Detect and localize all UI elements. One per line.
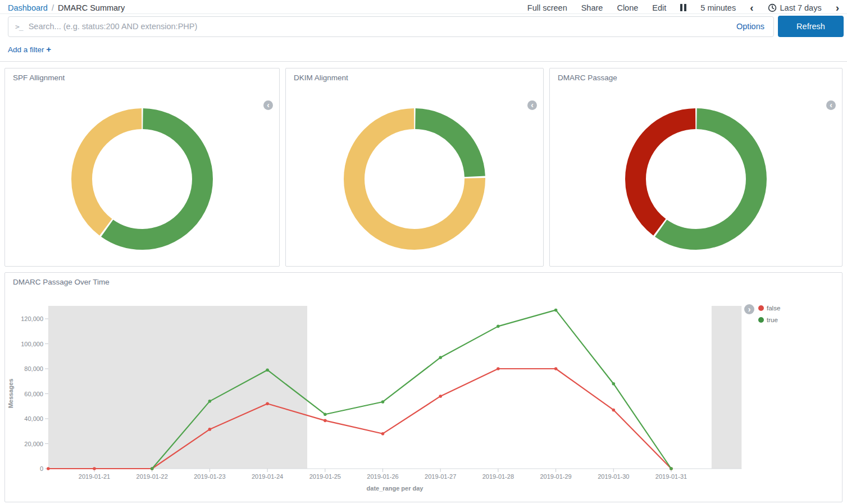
page-title: DMARC Summary [58,3,125,12]
legend-collapse-chevron-icon[interactable]: ‹ [263,100,273,110]
x-axis-tick-label: 2019-01-29 [540,473,571,480]
share-button[interactable]: Share [581,3,603,12]
legend-expand-chevron-icon[interactable]: › [744,304,754,314]
x-axis-tick-label: 2019-01-30 [598,473,629,480]
series-point-false[interactable] [381,432,385,436]
add-filter-label: Add a filter [8,45,44,54]
legend-dot-true [758,317,764,323]
x-axis-title: date_range per day [367,485,424,492]
time-range-back-chevron-icon[interactable]: ‹ [750,4,753,12]
x-axis-tick-label: 2019-01-22 [136,473,168,480]
clone-button[interactable]: Clone [617,3,638,12]
panel-dmarc-passage-over-time: DMARC Passage Over Time 020,00040,00060,… [4,272,843,502]
search-input[interactable] [29,22,731,31]
x-axis-tick-label: 2019-01-23 [194,473,225,480]
series-point-true[interactable] [554,309,558,312]
series-point-false[interactable] [208,428,212,431]
series-point-false[interactable] [497,367,500,370]
options-link[interactable]: Options [736,22,764,31]
series-point-true[interactable] [497,325,500,328]
legend-item-false[interactable]: false [758,305,780,311]
series-point-true[interactable] [381,400,385,404]
pause-icon[interactable] [680,4,686,11]
legend-collapse-chevron-icon[interactable]: ‹ [527,100,537,110]
y-axis-tick-label: 120,000 [21,315,43,322]
y-axis-title: Messages [7,379,14,409]
panel-title: DMARC Passage [558,74,617,82]
legend-label-true: true [767,317,778,323]
time-range-picker[interactable]: Last 7 days [768,3,822,12]
toolbar: Full screen Share Clone Edit 5 minutes ‹… [527,3,839,12]
x-axis-tick-label: 2019-01-21 [79,473,110,480]
dmarc-passage-donut-chart[interactable] [623,106,769,252]
time-range-shaded-band [712,306,741,469]
panel-dmarc-passage: DMARC Passage ‹ [549,68,843,267]
dashboard-grid: SPF Allignment ‹ DKIM Alignment ‹ DMARC … [0,62,847,504]
dmarc-passage-over-time-line-chart[interactable]: 020,00040,00060,00080,000100,000120,0002… [5,273,842,500]
series-point-true[interactable] [324,413,327,416]
series-point-true[interactable] [612,382,616,386]
series-point-false[interactable] [47,467,50,470]
x-axis-tick-label: 2019-01-26 [367,473,398,480]
legend-item-true[interactable]: true [758,317,780,323]
search-box[interactable]: >_ Options [8,16,774,37]
time-range-label: Last 7 days [780,3,822,12]
x-axis-tick-label: 2019-01-24 [252,473,283,480]
y-axis-tick-label: 40,000 [24,415,43,422]
edit-button[interactable]: Edit [652,3,666,12]
panel-title: SPF Allignment [13,74,65,82]
series-point-true[interactable] [670,467,673,470]
series-point-false[interactable] [439,395,442,398]
dkim-alignment-donut-chart[interactable] [341,106,488,252]
series-point-false[interactable] [93,467,96,470]
series-point-false[interactable] [612,409,616,412]
panel-spf-alignment: SPF Allignment ‹ [4,68,280,267]
panel-title: DMARC Passage Over Time [13,278,110,286]
series-point-true[interactable] [151,467,154,470]
plus-icon: + [46,44,51,54]
legend-items: false true [758,304,780,323]
x-axis-tick-label: 2019-01-27 [425,473,456,480]
filter-bar: Add a filter + [0,37,847,62]
y-axis-tick-label: 60,000 [24,391,43,397]
y-axis-tick-label: 20,000 [24,441,43,447]
full-screen-button[interactable]: Full screen [527,3,567,12]
x-axis-tick-label: 2019-01-25 [309,473,341,480]
top-nav-bar: Dashboard / DMARC Summary Full screen Sh… [0,0,847,14]
series-point-false[interactable] [324,419,327,423]
series-point-true[interactable] [208,400,212,403]
legend-collapse-chevron-icon[interactable]: ‹ [826,100,836,110]
panel-dkim-alignment: DKIM Alignment ‹ [285,68,544,267]
refresh-interval-button[interactable]: 5 minutes [700,3,736,12]
legend-dot-false [758,305,764,311]
y-axis-tick-label: 80,000 [24,365,43,372]
breadcrumb-dashboard-link[interactable]: Dashboard [8,3,48,12]
legend-label-false: false [767,305,780,311]
time-range-forward-chevron-icon[interactable]: › [836,4,839,12]
series-point-true[interactable] [439,356,442,359]
y-axis-tick-label: 0 [40,465,43,472]
terminal-prompt-icon: >_ [15,22,23,31]
clock-icon [768,3,777,12]
series-point-false[interactable] [266,402,269,406]
breadcrumb: Dashboard / DMARC Summary [8,3,125,12]
series-point-true[interactable] [266,368,269,372]
x-axis-tick-label: 2019-01-28 [482,473,514,480]
timeseries-legend: › false true [744,304,780,323]
spf-alignment-donut-chart[interactable] [69,106,215,252]
query-bar: >_ Options Refresh [0,14,847,37]
breadcrumb-separator: / [52,3,54,12]
panel-title: DKIM Alignment [294,74,348,82]
add-filter-link[interactable]: Add a filter + [8,45,51,54]
refresh-button[interactable]: Refresh [778,16,844,37]
series-point-false[interactable] [554,367,558,370]
x-axis-tick-label: 2019-01-31 [655,473,687,480]
y-axis-tick-label: 100,000 [21,341,43,347]
time-range-shaded-band [48,306,307,469]
